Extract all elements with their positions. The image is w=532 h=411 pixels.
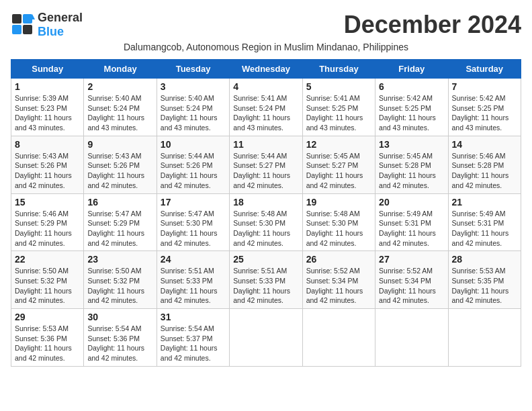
calendar-cell: 9 Sunrise: 5:43 AMSunset: 5:26 PMDayligh… xyxy=(84,136,157,193)
day-info: Sunrise: 5:42 AMSunset: 5:25 PMDaylight:… xyxy=(452,94,509,132)
calendar-cell: 15 Sunrise: 5:46 AMSunset: 5:29 PMDaylig… xyxy=(11,193,84,251)
day-info: Sunrise: 5:46 AMSunset: 5:28 PMDaylight:… xyxy=(452,152,509,189)
calendar-cell: 23 Sunrise: 5:50 AMSunset: 5:32 PMDaylig… xyxy=(84,251,157,309)
calendar-subtitle: Dalumangcob, Autonomous Region in Muslim… xyxy=(11,42,521,52)
calendar-cell: 11 Sunrise: 5:44 AMSunset: 5:27 PMDaylig… xyxy=(230,136,302,193)
day-info: Sunrise: 5:45 AMSunset: 5:27 PMDaylight:… xyxy=(306,152,363,189)
calendar-cell: 7 Sunrise: 5:42 AMSunset: 5:25 PMDayligh… xyxy=(448,79,521,136)
day-header-sunday: Sunday xyxy=(11,60,84,79)
day-info: Sunrise: 5:49 AMSunset: 5:31 PMDaylight:… xyxy=(379,210,436,247)
day-header-tuesday: Tuesday xyxy=(157,60,229,79)
day-number: 25 xyxy=(233,254,298,265)
day-number: 8 xyxy=(15,139,80,150)
day-number: 23 xyxy=(87,254,152,265)
logo-icon xyxy=(11,13,35,37)
day-info: Sunrise: 5:44 AMSunset: 5:26 PMDaylight:… xyxy=(161,152,218,189)
day-info: Sunrise: 5:46 AMSunset: 5:29 PMDaylight:… xyxy=(15,210,72,247)
calendar-week-row: 1 Sunrise: 5:39 AMSunset: 5:23 PMDayligh… xyxy=(11,79,521,136)
day-number: 4 xyxy=(233,81,298,92)
day-header-wednesday: Wednesday xyxy=(230,60,302,79)
day-number: 22 xyxy=(15,254,80,265)
day-number: 5 xyxy=(306,81,371,92)
calendar-table: SundayMondayTuesdayWednesdayThursdayFrid… xyxy=(11,59,521,367)
calendar-header-row: SundayMondayTuesdayWednesdayThursdayFrid… xyxy=(11,60,521,79)
calendar-cell: 8 Sunrise: 5:43 AMSunset: 5:26 PMDayligh… xyxy=(11,136,84,193)
svg-rect-3 xyxy=(23,25,32,34)
day-info: Sunrise: 5:44 AMSunset: 5:27 PMDaylight:… xyxy=(233,152,290,189)
day-header-monday: Monday xyxy=(84,60,157,79)
day-info: Sunrise: 5:53 AMSunset: 5:35 PMDaylight:… xyxy=(452,267,509,304)
day-info: Sunrise: 5:43 AMSunset: 5:26 PMDaylight:… xyxy=(87,152,144,189)
page-header: General Blue December 2024 xyxy=(11,11,521,39)
day-number: 20 xyxy=(379,197,444,208)
day-info: Sunrise: 5:47 AMSunset: 5:30 PMDaylight:… xyxy=(161,210,218,247)
day-header-thursday: Thursday xyxy=(302,60,375,79)
month-title: December 2024 xyxy=(344,11,521,39)
day-info: Sunrise: 5:49 AMSunset: 5:31 PMDaylight:… xyxy=(452,210,509,247)
calendar-cell: 10 Sunrise: 5:44 AMSunset: 5:26 PMDaylig… xyxy=(157,136,229,193)
day-info: Sunrise: 5:54 AMSunset: 5:37 PMDaylight:… xyxy=(161,324,218,362)
day-number: 27 xyxy=(379,254,444,265)
day-number: 28 xyxy=(452,254,517,265)
calendar-week-row: 22 Sunrise: 5:50 AMSunset: 5:32 PMDaylig… xyxy=(11,251,521,309)
day-info: Sunrise: 5:48 AMSunset: 5:30 PMDaylight:… xyxy=(306,210,363,247)
day-info: Sunrise: 5:51 AMSunset: 5:33 PMDaylight:… xyxy=(233,267,290,304)
logo: General Blue xyxy=(11,11,83,39)
logo-general: General xyxy=(38,11,83,24)
calendar-cell xyxy=(302,309,375,367)
day-info: Sunrise: 5:39 AMSunset: 5:23 PMDaylight:… xyxy=(15,94,72,132)
day-info: Sunrise: 5:41 AMSunset: 5:25 PMDaylight:… xyxy=(306,94,363,132)
day-info: Sunrise: 5:51 AMSunset: 5:33 PMDaylight:… xyxy=(161,267,218,304)
day-info: Sunrise: 5:53 AMSunset: 5:36 PMDaylight:… xyxy=(15,324,72,362)
calendar-cell: 21 Sunrise: 5:49 AMSunset: 5:31 PMDaylig… xyxy=(448,193,521,251)
day-number: 11 xyxy=(233,139,298,150)
day-number: 12 xyxy=(306,139,371,150)
calendar-cell: 12 Sunrise: 5:45 AMSunset: 5:27 PMDaylig… xyxy=(302,136,375,193)
calendar-cell: 24 Sunrise: 5:51 AMSunset: 5:33 PMDaylig… xyxy=(157,251,229,309)
day-number: 13 xyxy=(379,139,444,150)
calendar-cell: 30 Sunrise: 5:54 AMSunset: 5:36 PMDaylig… xyxy=(84,309,157,367)
calendar-cell: 28 Sunrise: 5:53 AMSunset: 5:35 PMDaylig… xyxy=(448,251,521,309)
logo-blue: Blue xyxy=(38,25,64,38)
calendar-cell xyxy=(375,309,448,367)
day-number: 21 xyxy=(452,197,517,208)
calendar-cell: 13 Sunrise: 5:45 AMSunset: 5:28 PMDaylig… xyxy=(375,136,448,193)
calendar-cell: 17 Sunrise: 5:47 AMSunset: 5:30 PMDaylig… xyxy=(157,193,229,251)
day-number: 1 xyxy=(15,81,80,92)
day-number: 16 xyxy=(87,197,152,208)
day-number: 7 xyxy=(452,81,517,92)
day-info: Sunrise: 5:45 AMSunset: 5:28 PMDaylight:… xyxy=(379,152,436,189)
day-info: Sunrise: 5:41 AMSunset: 5:24 PMDaylight:… xyxy=(233,94,290,132)
calendar-cell: 16 Sunrise: 5:47 AMSunset: 5:29 PMDaylig… xyxy=(84,193,157,251)
calendar-cell xyxy=(230,309,302,367)
calendar-cell: 3 Sunrise: 5:40 AMSunset: 5:24 PMDayligh… xyxy=(157,79,229,136)
calendar-cell: 31 Sunrise: 5:54 AMSunset: 5:37 PMDaylig… xyxy=(157,309,229,367)
day-number: 2 xyxy=(87,81,152,92)
svg-rect-0 xyxy=(12,14,21,24)
day-number: 6 xyxy=(379,81,444,92)
calendar-cell: 1 Sunrise: 5:39 AMSunset: 5:23 PMDayligh… xyxy=(11,79,84,136)
day-info: Sunrise: 5:48 AMSunset: 5:30 PMDaylight:… xyxy=(233,210,290,247)
calendar-cell: 4 Sunrise: 5:41 AMSunset: 5:24 PMDayligh… xyxy=(230,79,302,136)
calendar-cell: 2 Sunrise: 5:40 AMSunset: 5:24 PMDayligh… xyxy=(84,79,157,136)
day-header-friday: Friday xyxy=(375,60,448,79)
day-number: 19 xyxy=(306,197,371,208)
day-info: Sunrise: 5:40 AMSunset: 5:24 PMDaylight:… xyxy=(161,94,218,132)
calendar-cell: 25 Sunrise: 5:51 AMSunset: 5:33 PMDaylig… xyxy=(230,251,302,309)
day-number: 10 xyxy=(161,139,226,150)
day-number: 29 xyxy=(15,312,80,322)
day-info: Sunrise: 5:43 AMSunset: 5:26 PMDaylight:… xyxy=(15,152,72,189)
calendar-cell: 27 Sunrise: 5:52 AMSunset: 5:34 PMDaylig… xyxy=(375,251,448,309)
day-number: 30 xyxy=(87,312,152,322)
day-info: Sunrise: 5:52 AMSunset: 5:34 PMDaylight:… xyxy=(306,267,363,304)
day-number: 17 xyxy=(161,197,226,208)
calendar-cell: 19 Sunrise: 5:48 AMSunset: 5:30 PMDaylig… xyxy=(302,193,375,251)
day-header-saturday: Saturday xyxy=(448,60,521,79)
calendar-week-row: 29 Sunrise: 5:53 AMSunset: 5:36 PMDaylig… xyxy=(11,309,521,367)
day-number: 9 xyxy=(87,139,152,150)
calendar-cell: 29 Sunrise: 5:53 AMSunset: 5:36 PMDaylig… xyxy=(11,309,84,367)
calendar-cell: 20 Sunrise: 5:49 AMSunset: 5:31 PMDaylig… xyxy=(375,193,448,251)
calendar-week-row: 8 Sunrise: 5:43 AMSunset: 5:26 PMDayligh… xyxy=(11,136,521,193)
calendar-cell: 18 Sunrise: 5:48 AMSunset: 5:30 PMDaylig… xyxy=(230,193,302,251)
day-number: 14 xyxy=(452,139,517,150)
